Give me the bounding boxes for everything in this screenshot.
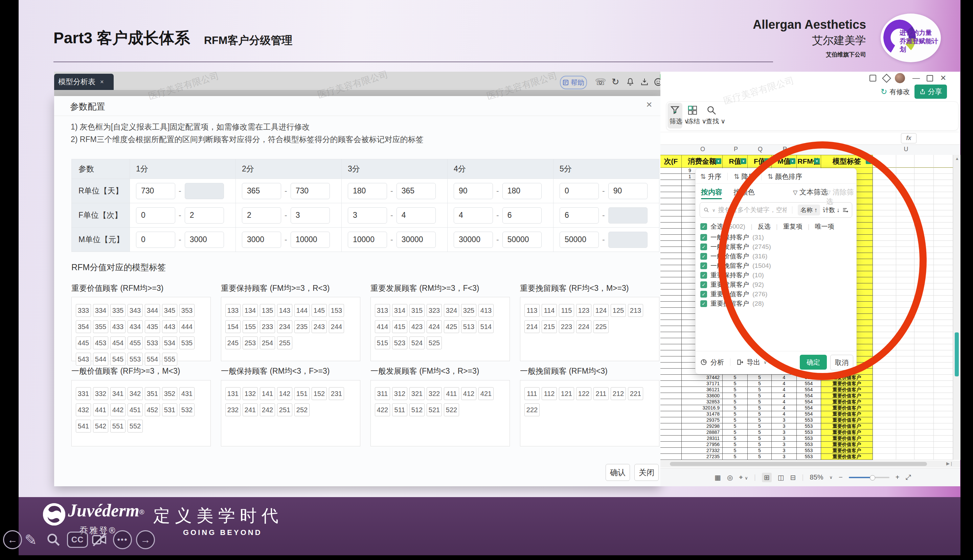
tab-by-color[interactable]: 按颜色 <box>733 187 755 197</box>
column-letter[interactable]: U <box>902 146 910 153</box>
checkbox-checked-icon[interactable]: ✓ <box>700 272 707 278</box>
filter-dropdown-icon[interactable]: ▾ <box>716 158 721 164</box>
scroll-right-icon[interactable]: ▶ | <box>946 461 952 466</box>
filter-item[interactable]: ✓一般挽留客户(1504) <box>700 261 849 270</box>
filter-tool[interactable]: 筛选 ∨ <box>669 105 689 126</box>
ok-button[interactable]: 确定 <box>800 355 827 370</box>
sheet-header-cell[interactable]: 次(F <box>660 155 682 168</box>
filter-item[interactable]: ✓重要价值客户(276) <box>700 290 849 299</box>
record-icon[interactable]: ◎ <box>727 473 733 482</box>
side-by-side-icon[interactable] <box>867 72 879 84</box>
checkbox-checked-icon[interactable]: ✓ <box>700 223 707 230</box>
closed-captions-icon[interactable]: CC <box>67 532 88 548</box>
filter-item[interactable]: ✓重要保持客户(10) <box>700 270 849 280</box>
zoom-out-icon[interactable]: − <box>839 473 843 481</box>
table-tools-icon[interactable]: ▦ <box>714 473 721 482</box>
filter-dropdown-icon[interactable]: ▾ <box>814 158 820 164</box>
help-button[interactable]: 帮助 <box>560 76 587 89</box>
checkbox-checked-icon[interactable]: ✓ <box>700 282 707 288</box>
checkbox-checked-icon[interactable]: ✓ <box>700 262 707 269</box>
next-arrow-button[interactable]: → <box>136 530 155 549</box>
normal-view-icon[interactable]: ⊞ <box>762 473 772 482</box>
find-tool[interactable]: 查找 ∨ <box>706 105 725 126</box>
column-letter[interactable]: P <box>732 146 740 153</box>
checkbox-checked-icon[interactable]: ✓ <box>700 253 707 260</box>
camera-off-icon[interactable] <box>90 530 109 549</box>
modified-status[interactable]: ↻ 有修改 <box>881 87 910 97</box>
filter-dropdown-icon[interactable]: ▾ <box>789 158 795 164</box>
fullscreen-icon[interactable]: ⤢ <box>905 473 911 481</box>
bell-icon[interactable] <box>624 76 636 88</box>
sort-option[interactable]: ⇅ 升序 <box>700 172 721 181</box>
share-button[interactable]: 分享 <box>915 85 947 99</box>
move-icon[interactable]: ⌖ ∨ <box>739 473 748 481</box>
browser-tab[interactable]: 模型分析表 × <box>54 74 113 90</box>
checkbox-checked-icon[interactable]: ✓ <box>700 243 707 250</box>
fx-icon[interactable]: fx <box>901 133 916 143</box>
checkbox-checked-icon[interactable]: ✓ <box>700 234 707 241</box>
share-label: 分享 <box>928 87 942 97</box>
page-layout-icon[interactable]: ◫ <box>778 473 784 482</box>
sheet-header-cell[interactable]: 模型标签 <box>821 155 873 168</box>
chevron-down-icon[interactable]: ∨ <box>829 475 833 480</box>
magnifier-icon[interactable] <box>44 530 63 549</box>
minimize-icon[interactable]: — <box>910 72 922 84</box>
window-close-icon[interactable]: ✕ <box>938 72 949 84</box>
filter-dropdown-icon[interactable]: ▾ <box>866 158 871 164</box>
restore-icon[interactable] <box>924 72 935 84</box>
export-label[interactable]: 导出 <box>747 358 760 367</box>
filter-dropdown-icon[interactable]: ▾ <box>741 158 746 164</box>
refresh-icon[interactable]: ↻ <box>609 76 621 88</box>
column-letter[interactable]: R <box>781 146 789 153</box>
tab-close-icon[interactable]: × <box>100 78 104 85</box>
filter-item[interactable]: ✓重要发展客户(92) <box>700 280 849 290</box>
phone-icon[interactable]: ☏ <box>594 76 607 88</box>
filter-dropdown-icon[interactable]: ▾ <box>764 158 770 164</box>
box-icon[interactable] <box>881 72 892 84</box>
confirm-button[interactable]: 确认 <box>606 464 630 481</box>
text-filter-button[interactable]: ▽ 文本筛选 <box>793 187 828 197</box>
filter-item[interactable]: ✓一般保持客户(31) <box>700 233 849 242</box>
unique-option[interactable]: 唯一项 <box>815 222 834 231</box>
select-all-row[interactable]: ✓ 全选 (5002) | 反选 | 重复项 | 唯一项 <box>700 222 849 231</box>
sort-by-count[interactable]: 计数 ↓ <box>823 206 840 214</box>
tab-by-content[interactable]: 按内容 <box>701 187 722 197</box>
column-letter[interactable]: T <box>843 146 851 153</box>
filter-item[interactable]: ✓一般发展客户(2745) <box>700 242 849 252</box>
checkbox-checked-icon[interactable]: ✓ <box>700 291 707 298</box>
list-settings-icon[interactable] <box>843 207 848 213</box>
zoom-in-icon[interactable]: + <box>896 473 900 481</box>
duplicates-option[interactable]: 重复项 <box>783 222 803 231</box>
pen-tool-icon[interactable]: ✎ <box>21 530 40 549</box>
filter-search-box[interactable]: ∨ 搜包含多个关键字，空格分隔 名称 ↑ 计数 ↓ <box>699 202 852 218</box>
horizontal-scroll-thumb[interactable] <box>670 462 927 466</box>
invert-selection[interactable]: 反选 <box>758 222 771 231</box>
freeze-tool[interactable]: 冻结 ∨ <box>687 105 706 126</box>
download-icon[interactable] <box>638 76 651 88</box>
filter-item[interactable]: ✓重要挽留客户(28) <box>700 299 849 308</box>
filter-item[interactable]: ✓一般价值客户(316) <box>700 252 849 261</box>
more-options-icon[interactable]: ••• <box>113 530 132 549</box>
sort-by-name-chip[interactable]: 名称 ↑ <box>798 205 820 215</box>
sort-option[interactable]: ⇅ 颜色排序 <box>768 172 802 181</box>
filter-list[interactable]: ✓一般保持客户(31)✓一般发展客户(2745)✓一般价值客户(316)✓一般挽… <box>700 233 849 308</box>
sheet-cell: 5 <box>748 393 772 399</box>
sheet-cell-empty <box>896 168 915 174</box>
sort-option[interactable]: ⇅ 降序 <box>734 172 755 181</box>
sheet-cell: 5 <box>748 435 772 442</box>
scroll-up-icon[interactable]: ▲ <box>955 156 959 161</box>
prev-arrow-button[interactable]: ← <box>3 530 22 549</box>
cancel-button[interactable]: 取消 <box>830 355 853 370</box>
column-letter[interactable]: O <box>699 146 707 153</box>
zoom-level[interactable]: 85% <box>810 473 823 481</box>
avatar[interactable] <box>895 73 905 83</box>
close-button[interactable]: 关闭 <box>634 464 659 481</box>
horizontal-scrollbar[interactable]: ▶ | <box>660 461 960 467</box>
vertical-scrollbar[interactable]: ▲ <box>953 155 960 460</box>
analyze-button[interactable]: 分析 导出 ∨ <box>700 355 767 369</box>
page-break-icon[interactable]: ⊟ <box>790 473 796 482</box>
vertical-scroll-thumb[interactable] <box>955 332 959 377</box>
zoom-slider[interactable] <box>849 477 890 478</box>
checkbox-checked-icon[interactable]: ✓ <box>700 300 707 307</box>
column-letter[interactable]: Q <box>756 146 764 153</box>
